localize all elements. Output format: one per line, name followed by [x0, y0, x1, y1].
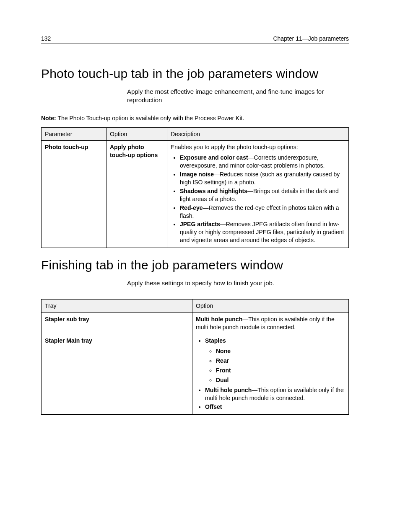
list-item: JPEG artifacts—Removes JPEG artifacts of… [180, 220, 345, 244]
mhp-term: Multi hole punch [205, 387, 252, 393]
th-parameter: Parameter [42, 127, 106, 141]
bullet-term: Image noise [180, 171, 214, 178]
list-item: Red-eye—Removes the red-eye effect in ph… [180, 204, 345, 220]
th-description: Description [167, 127, 349, 141]
table-row: Photo touch-up Apply photo touch-up opti… [42, 141, 349, 248]
main-option-list: Staples None Rear Front Dual Multi hole … [196, 337, 345, 411]
section-subtitle-photo: Apply the most effective image enhanceme… [127, 88, 328, 105]
bullet-rest: —Removes the red-eye effect in photos ta… [180, 204, 339, 219]
cell-option-sub: Multi hole punch—This option is availabl… [192, 313, 349, 334]
note-label: Note: [41, 115, 56, 121]
bullet-term: Exposure and color cast [180, 154, 248, 161]
table-row: Stapler Main tray Staples None Rear Fron… [42, 334, 349, 415]
page-header: 132 Chapter 11—Job parameters [41, 35, 349, 44]
section-subtitle-finishing: Apply these settings to specify how to f… [127, 279, 328, 287]
bullet-term: JPEG artifacts [180, 221, 220, 227]
cell-description: Enables you to apply the photo touch-up … [167, 141, 349, 248]
table-header-row: Parameter Option Description [42, 127, 349, 141]
chapter-label: Chapter 11—Job parameters [273, 35, 349, 42]
cell-tray-sub: Stapler sub tray [42, 313, 192, 334]
photo-touchup-table: Parameter Option Description Photo touch… [41, 127, 349, 248]
list-item: Offset [205, 403, 345, 411]
finishing-table: Tray Option Stapler sub tray Multi hole … [41, 299, 349, 415]
table-header-row: Tray Option [42, 300, 349, 313]
document-page: 132 Chapter 11—Job parameters Photo touc… [0, 0, 400, 415]
cell-option: Apply photo touch-up options [106, 141, 167, 248]
cell-tray-main: Stapler Main tray [42, 334, 192, 415]
th-tray: Tray [42, 300, 192, 313]
list-item: Dual [216, 376, 345, 384]
option-term: Multi hole punch [196, 316, 242, 323]
list-item: Image noise—Reduces noise (such as granu… [180, 170, 345, 186]
note-text: The Photo Touch-up option is available o… [56, 115, 244, 121]
section-heading-photo-touchup: Photo touch-up tab in the job parameters… [41, 67, 349, 81]
list-item: Exposure and color cast—Corrects underex… [180, 154, 345, 170]
cell-parameter: Photo touch-up [42, 141, 106, 248]
list-item: None [216, 347, 345, 355]
th-option-2: Option [192, 300, 349, 313]
list-item: Front [216, 367, 345, 374]
page-number: 132 [41, 35, 51, 42]
desc-bullet-list: Exposure and color cast—Corrects underex… [171, 154, 345, 244]
list-item: Staples None Rear Front Dual [205, 337, 345, 384]
staple-sub-list: None Rear Front Dual [205, 347, 345, 384]
note-block: Note: The Photo Touch-up option is avail… [41, 115, 349, 121]
th-option: Option [106, 127, 167, 141]
list-item: Shadows and highlights—Brings out detail… [180, 187, 345, 203]
bullet-term: Shadows and highlights [180, 188, 247, 194]
desc-intro: Enables you to apply the photo touch-up … [171, 144, 298, 150]
section-heading-finishing: Finishing tab in the job parameters wind… [41, 258, 349, 272]
cell-option-main: Staples None Rear Front Dual Multi hole … [192, 334, 349, 415]
list-item: Rear [216, 357, 345, 365]
list-item: Multi hole punch—This option is availabl… [205, 386, 345, 402]
bullet-term: Red-eye [180, 204, 203, 211]
staples-label: Staples [205, 337, 226, 344]
table-row: Stapler sub tray Multi hole punch—This o… [42, 313, 349, 334]
